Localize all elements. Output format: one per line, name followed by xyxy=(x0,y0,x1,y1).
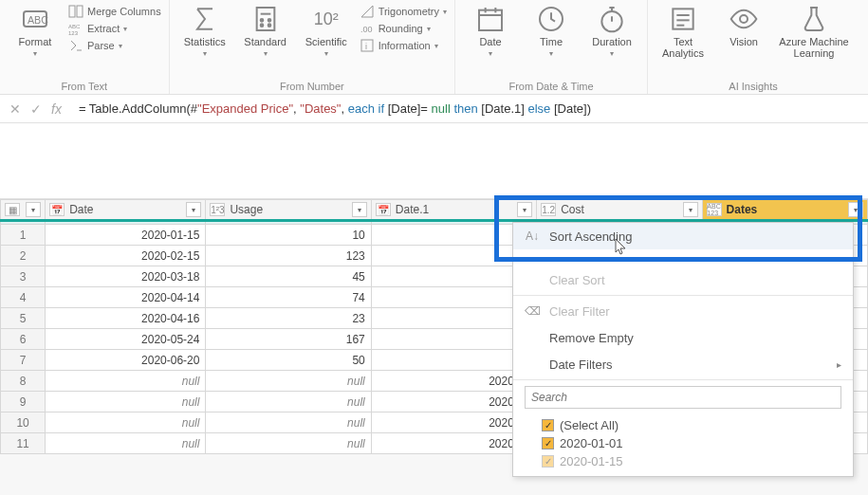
svg-text:i: i xyxy=(365,42,367,51)
azure-ml-button[interactable]: Azure Machine Learning xyxy=(777,4,851,59)
decimal-type-icon: 1.2 xyxy=(541,203,556,216)
col-header-dates[interactable]: ABC123Dates▾ xyxy=(702,200,867,221)
svg-rect-2 xyxy=(69,6,75,17)
svg-point-11 xyxy=(268,24,270,27)
formula-expand-area xyxy=(0,123,868,199)
col-filter-dates[interactable]: ▾ xyxy=(848,202,863,217)
col-filter-date1[interactable]: ▾ xyxy=(517,202,532,217)
formula-text[interactable]: = Table.AddColumn(#"Expanded Price", "Da… xyxy=(71,101,868,116)
cell-usage[interactable]: 123 xyxy=(206,246,371,266)
menu-search-input[interactable] xyxy=(525,386,841,409)
text-analytics-icon xyxy=(668,4,698,34)
trigonometry-button[interactable]: Trigonometry▾ xyxy=(360,4,447,19)
calendar-type-icon: 📅 xyxy=(49,203,65,216)
ten-squared-icon: 10² xyxy=(311,4,342,34)
menu-sort-ascending[interactable]: A↓ Sort Ascending xyxy=(513,223,853,249)
col-header-date1[interactable]: 📅Date.1▾ xyxy=(371,200,536,221)
cell-usage[interactable]: null xyxy=(206,433,371,454)
formula-cancel-icon[interactable]: ✕ xyxy=(9,101,21,117)
cell-usage[interactable]: 167 xyxy=(206,329,371,350)
cell-date[interactable]: 2020-01-15 xyxy=(46,225,206,246)
standard-button[interactable]: Standard▾ xyxy=(238,4,293,58)
cell-usage[interactable]: null xyxy=(206,392,371,412)
merge-columns-button[interactable]: Merge Columns xyxy=(68,4,161,19)
group-label-from-text: From Text xyxy=(61,78,107,94)
group-from-text: ABC Format ▾ Merge Columns ABC123Extract… xyxy=(0,0,170,94)
group-label-from-datetime: From Date & Time xyxy=(508,78,593,94)
calendar-type-icon: 📅 xyxy=(376,203,391,216)
cell-date[interactable]: 2020-02-15 xyxy=(46,246,206,266)
rounding-button[interactable]: .00Rounding▾ xyxy=(360,21,447,36)
cell-usage[interactable]: 10 xyxy=(206,225,371,246)
cell-usage[interactable]: null xyxy=(206,371,371,392)
cell-date[interactable]: 2020-05-24 xyxy=(46,329,206,350)
row-number: 8 xyxy=(1,371,46,392)
cell-date[interactable]: 2020-04-14 xyxy=(46,287,206,308)
extract-button[interactable]: ABC123Extract▾ xyxy=(68,21,161,36)
row-number: 7 xyxy=(1,350,46,371)
cell-date[interactable]: null xyxy=(46,371,206,392)
text-analytics-button[interactable]: Text Analytics xyxy=(656,4,711,59)
cell-date[interactable]: 2020-04-16 xyxy=(46,308,206,329)
svg-text:ABC: ABC xyxy=(28,14,48,26)
cell-date[interactable]: null xyxy=(46,412,206,433)
svg-point-9 xyxy=(268,19,270,22)
whole-number-type-icon: 1²3 xyxy=(210,203,225,216)
menu-check-opt1[interactable]: ✓2020-01-01 xyxy=(542,434,841,452)
data-table-wrap: ▦▾ 📅Date▾ 1²3Usage▾ 📅Date.1▾ 1.2Cost▾ AB… xyxy=(0,199,868,454)
calculator-icon xyxy=(250,4,281,34)
cell-date[interactable]: null xyxy=(46,392,206,412)
row-number: 3 xyxy=(1,266,46,287)
menu-search-box[interactable] xyxy=(525,386,841,409)
cell-date[interactable]: null xyxy=(46,433,206,454)
col-header-cost[interactable]: 1.2Cost▾ xyxy=(537,200,702,221)
menu-remove-empty[interactable]: Remove Empty xyxy=(513,324,853,351)
vision-button[interactable]: Vision xyxy=(716,4,771,47)
sort-asc-icon: A↓ xyxy=(525,229,540,244)
svg-rect-3 xyxy=(77,6,83,17)
svg-text:ABC: ABC xyxy=(68,24,81,29)
format-label: Format xyxy=(19,36,52,47)
menu-clear-sort: Clear Sort xyxy=(513,266,853,293)
formula-bar: ✕ ✓ fx = Table.AddColumn(#"Expanded Pric… xyxy=(0,95,868,123)
format-button[interactable]: ABC Format ▾ xyxy=(8,4,63,58)
cell-date[interactable]: 2020-06-20 xyxy=(46,350,206,371)
information-button[interactable]: iInformation▾ xyxy=(360,38,447,53)
col-header-usage[interactable]: 1²3Usage▾ xyxy=(206,200,371,221)
duration-button[interactable]: Duration▾ xyxy=(584,4,639,58)
svg-point-10 xyxy=(260,24,263,27)
col-filter-cost[interactable]: ▾ xyxy=(683,202,698,217)
formula-accept-icon[interactable]: ✓ xyxy=(30,101,42,117)
scientific-button[interactable]: 10² Scientific▾ xyxy=(299,4,354,58)
cell-usage[interactable]: 50 xyxy=(206,350,371,371)
svg-text:.00: .00 xyxy=(360,25,373,34)
svg-rect-6 xyxy=(256,8,274,30)
statistics-button[interactable]: Statistics▾ xyxy=(177,4,232,58)
cell-date[interactable]: 2020-03-18 xyxy=(46,266,206,287)
menu-date-filters[interactable]: Date Filters ▸ xyxy=(513,351,853,377)
fx-icon: fx xyxy=(51,101,62,117)
col-filter-date[interactable]: ▾ xyxy=(186,202,201,217)
corner-cell[interactable]: ▦▾ xyxy=(1,200,46,221)
format-icon: ABC xyxy=(20,4,50,34)
time-button[interactable]: Time▾ xyxy=(524,4,579,58)
parse-button[interactable]: Parse▾ xyxy=(68,38,161,53)
col-header-date[interactable]: 📅Date▾ xyxy=(46,200,206,221)
menu-check-select-all[interactable]: ✓(Select All) xyxy=(542,416,841,434)
svg-point-25 xyxy=(740,15,748,23)
cell-usage[interactable]: 45 xyxy=(206,266,371,287)
calendar-icon xyxy=(475,4,506,34)
date-button[interactable]: Date▾ xyxy=(463,4,518,58)
menu-check-opt2[interactable]: ✓2020-01-15 xyxy=(542,452,841,470)
col-filter-usage[interactable]: ▾ xyxy=(352,202,367,217)
cell-usage[interactable]: 74 xyxy=(206,287,371,308)
flask-icon xyxy=(799,4,829,34)
group-ai-insights: Text Analytics Vision Azure Machine Lear… xyxy=(648,0,859,94)
clear-filter-icon: ⌫ xyxy=(525,303,540,319)
row-number: 1 xyxy=(1,225,46,246)
group-label-ai-insights: AI Insights xyxy=(729,78,777,94)
clock-icon xyxy=(536,4,566,34)
cell-usage[interactable]: null xyxy=(206,412,371,433)
row-number: 6 xyxy=(1,329,46,350)
cell-usage[interactable]: 23 xyxy=(206,308,371,329)
